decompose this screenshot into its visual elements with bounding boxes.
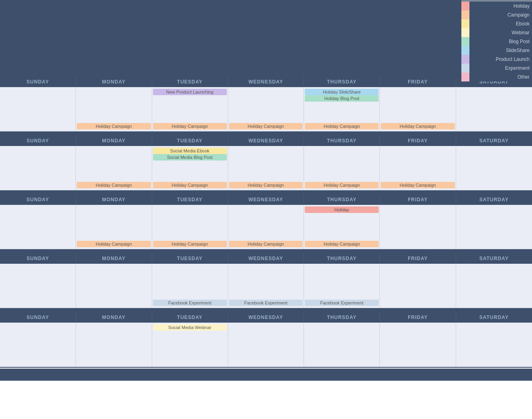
key-label: SlideShare (469, 46, 532, 55)
bottom-event-tag: Holiday Campaign (229, 182, 303, 188)
cell-events-top (228, 146, 304, 182)
key-item: Product Launch (461, 55, 532, 64)
week-header-cell-4: THURSDAY (304, 312, 380, 323)
week-header-cell-5: FRIDAY (380, 253, 456, 264)
day-cell (0, 323, 76, 367)
key-item: Holiday (461, 2, 532, 10)
week-header-cell-5: FRIDAY (380, 135, 456, 146)
week-header-cell-1: MONDAY (76, 253, 152, 264)
event-tag: Holiday Blog Post (305, 95, 379, 102)
event-tag: Holiday (305, 206, 379, 213)
cell-events-top (76, 205, 151, 241)
week-header-cell-2: TUESDAY (152, 312, 228, 323)
cell-events-top (76, 323, 151, 366)
day-cell: New Product LaunchingHoliday Campaign (152, 87, 228, 131)
week-header-cell-3: WEDNESDAY (228, 77, 304, 87)
cell-events-top (456, 87, 532, 130)
week-header-cell-0: SUNDAY (0, 77, 76, 87)
week-row-3: Facebook ExperimentFacebook ExperimentFa… (0, 264, 532, 309)
event-tag: Social Media Blog Post (153, 154, 227, 161)
week-row-0: Holiday CampaignNew Product LaunchingHol… (0, 87, 532, 132)
day-cell: Facebook Experiment (228, 264, 304, 308)
header: HolidayCampaignEbookWebinarBlog PostSlid… (0, 0, 532, 77)
cell-events-top (456, 264, 532, 307)
week-header-cell-3: WEDNESDAY (228, 312, 304, 323)
bottom-event-tag: Holiday Campaign (229, 123, 303, 129)
key-item: Ebook (461, 19, 532, 28)
week-header-cell-3: WEDNESDAY (228, 194, 304, 205)
bottom-event-tag: Holiday Campaign (153, 123, 227, 129)
cell-events-top (456, 323, 532, 366)
week-divider (0, 309, 532, 312)
week-divider (0, 191, 532, 194)
cell-events-top (380, 264, 455, 307)
cell-events-top (228, 264, 304, 300)
event-tag: Holiday SlideShare (305, 89, 379, 95)
calendar-section: SUNDAYMONDAYTUESDAYWEDNESDAYTHURSDAYFRID… (0, 77, 532, 381)
key-item: SlideShare (461, 46, 532, 55)
bottom-event-tag: Holiday Campaign (77, 182, 151, 188)
day-cell (380, 205, 456, 249)
week-header-cell-5: FRIDAY (380, 77, 456, 87)
week-header-cell-6: SATURDAY (456, 253, 532, 264)
cell-events-top: Holiday SlideShareHoliday Blog Post (304, 87, 379, 123)
day-cell (456, 87, 532, 131)
cell-events-top (380, 323, 455, 366)
week-header-cell-4: THURSDAY (304, 135, 380, 146)
cell-events-top: New Product Launching (152, 87, 228, 123)
week-header-cell-1: MONDAY (76, 77, 152, 87)
week-header-cell-5: FRIDAY (380, 312, 456, 323)
week-header-cell-2: TUESDAY (152, 135, 228, 146)
cell-events-top (304, 264, 379, 300)
cell-events-top (0, 87, 75, 130)
cell-events-top (380, 87, 455, 123)
cell-events-top (76, 264, 151, 307)
key-label: Webinar (469, 28, 532, 37)
day-cell: Holiday Campaign (380, 146, 456, 190)
day-cell (0, 205, 76, 249)
cell-events-top (228, 87, 304, 123)
week-header-cell-0: SUNDAY (0, 312, 76, 323)
week-header-cell-0: SUNDAY (0, 135, 76, 146)
cell-events-top (0, 205, 75, 248)
week-header-cell-6: SATURDAY (456, 194, 532, 205)
week-header-cell-2: TUESDAY (152, 253, 228, 264)
week-header-cell-3: WEDNESDAY (228, 253, 304, 264)
bottom-event-tag: Facebook Experiment (229, 300, 303, 306)
day-cell: Holiday Campaign (380, 87, 456, 131)
key-item: Campaign (461, 10, 532, 19)
day-cell (456, 146, 532, 190)
bottom-event-tag: Holiday Campaign (305, 123, 379, 129)
week-divider (0, 132, 532, 135)
page-wrapper: HolidayCampaignEbookWebinarBlog PostSlid… (0, 0, 532, 381)
bottom-bar (0, 369, 532, 381)
cell-events-top (456, 146, 532, 189)
week-row-2: Holiday CampaignHoliday CampaignHoliday … (0, 205, 532, 250)
bottom-event-tag: Holiday Campaign (381, 182, 455, 188)
week-header-cell-2: TUESDAY (152, 194, 228, 205)
bottom-event-tag: Facebook Experiment (305, 300, 379, 306)
cell-events-top: Social Media EbookSocial Media Blog Post (152, 146, 228, 182)
cell-events-top (152, 264, 228, 300)
day-cell (0, 87, 76, 131)
week-header-0: SUNDAYMONDAYTUESDAYWEDNESDAYTHURSDAYFRID… (0, 77, 532, 87)
week-header-1: SUNDAYMONDAYTUESDAYWEDNESDAYTHURSDAYFRID… (0, 135, 532, 146)
cell-events-top (228, 205, 304, 241)
week-header-cell-0: SUNDAY (0, 194, 76, 205)
day-cell: Social Media EbookSocial Media Blog Post… (152, 146, 228, 190)
day-cell (456, 323, 532, 367)
week-row-4: Social Media Webinar (0, 323, 532, 368)
bottom-event-tag: Holiday Campaign (77, 123, 151, 129)
key-item: Other (461, 73, 532, 81)
bottom-event-tag: Holiday Campaign (153, 241, 227, 247)
cell-events-top: Social Media Webinar (152, 323, 228, 366)
cell-events-top (456, 205, 532, 248)
cell-events-top (380, 146, 455, 182)
day-cell (380, 323, 456, 367)
week-row-1: Holiday CampaignSocial Media EbookSocial… (0, 146, 532, 191)
day-cell (0, 146, 76, 190)
key-color-swatch (461, 64, 469, 73)
day-cell: Facebook Experiment (152, 264, 228, 308)
cell-events-top (304, 323, 379, 366)
key-color-swatch (461, 46, 469, 55)
